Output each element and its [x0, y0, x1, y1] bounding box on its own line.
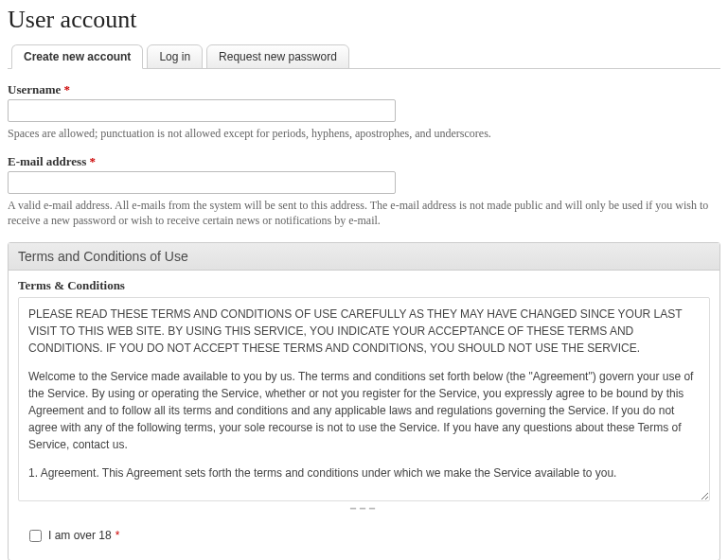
terms-label: Terms & Conditions [18, 278, 710, 293]
tabs: Create new account Log in Request new pa… [8, 44, 720, 69]
email-label: E-mail address * [8, 154, 720, 169]
required-marker: * [64, 82, 71, 96]
required-marker: * [89, 154, 96, 168]
tab-log-in[interactable]: Log in [147, 44, 203, 69]
terms-para-2: Welcome to the Service made available to… [28, 368, 696, 453]
email-input[interactable] [8, 171, 396, 194]
over-18-checkbox[interactable] [29, 530, 42, 542]
terms-fieldset-title: Terms and Conditions of Use [9, 243, 719, 271]
terms-para-1: PLEASE READ THESE TERMS AND CONDITIONS O… [28, 306, 696, 357]
resize-handle-icon[interactable]: ━━━ [18, 503, 710, 514]
tab-request-password[interactable]: Request new password [206, 44, 349, 69]
page-title: User account [8, 6, 720, 34]
tab-create-account[interactable]: Create new account [11, 44, 143, 69]
terms-textarea[interactable]: PLEASE READ THESE TERMS AND CONDITIONS O… [18, 297, 710, 501]
username-label: Username * [8, 82, 720, 97]
over-18-label: I am over 18 [48, 529, 112, 542]
terms-fieldset: Terms and Conditions of Use Terms & Cond… [8, 242, 720, 560]
username-input[interactable] [8, 99, 396, 122]
email-help: A valid e-mail address. All e-mails from… [8, 198, 720, 228]
username-help: Spaces are allowed; punctuation is not a… [8, 126, 720, 141]
terms-para-3: 1. Agreement. This Agreement sets forth … [28, 464, 696, 481]
required-marker: * [115, 529, 120, 542]
